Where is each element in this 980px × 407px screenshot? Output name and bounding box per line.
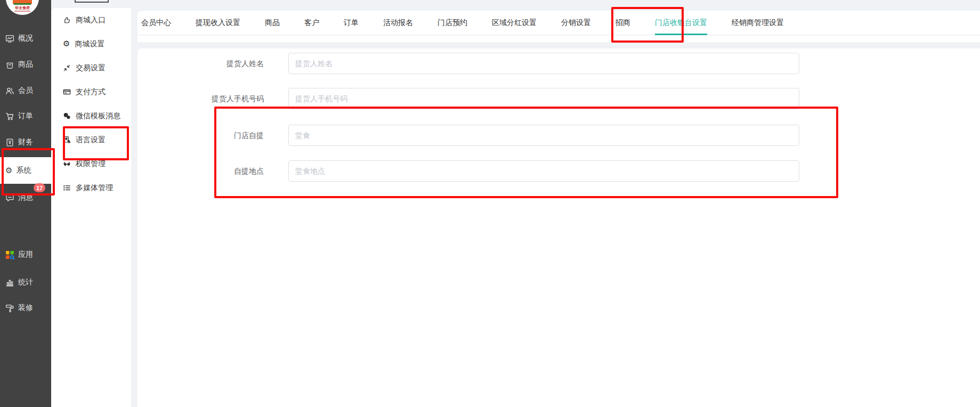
sidebar-item-label: 微信模板消息 <box>76 111 120 121</box>
tab-region-dividend-settings[interactable]: 区域分红设置 <box>480 11 549 35</box>
pickup-name-label: 提货人姓名 <box>137 53 288 74</box>
sidebar-item-system[interactable]: ⚙ 系统 <box>0 157 51 184</box>
sidebar-item-label: 概况 <box>18 34 33 43</box>
tab-dealer-management-settings[interactable]: 经销商管理设置 <box>719 11 796 35</box>
primary-sidebar: 华太食府 概况 商品 会员 订单 财务 ⚙ 系统 消 <box>0 0 51 407</box>
sidebar-item-label: 财务 <box>18 137 33 147</box>
sidebar-item-label: 商品 <box>18 60 33 69</box>
cutoff-element-fragment <box>75 0 109 3</box>
sidebar-item-label: 系统 <box>16 166 31 175</box>
sidebar-item-media-management[interactable]: 多媒体管理 <box>51 176 131 200</box>
yuan-ledger-icon <box>5 138 14 147</box>
brand-logo[interactable]: 华太食府 <box>6 0 39 15</box>
sidebar-item-label: 会员 <box>18 86 33 95</box>
paint-roller-icon <box>5 304 14 313</box>
sidebar-item-mall-settings[interactable]: ⚙ 商城设置 <box>51 32 131 56</box>
sidebar-item-label: 多媒体管理 <box>76 183 113 193</box>
sidebar-item-apps[interactable]: 应用 <box>0 247 51 263</box>
sidebar-item-label: 装修 <box>18 303 33 313</box>
wechat-bubbles-icon <box>63 112 71 120</box>
sidebar-item-label: 语言设置 <box>76 135 106 145</box>
tab-store-reservation[interactable]: 门店预约 <box>425 11 480 35</box>
cart-icon <box>5 112 14 121</box>
apps-grid-icon <box>5 250 14 259</box>
cashier-settings-form-panel: 提货人姓名 提货人手机号码 门店自提 自提地点 <box>137 48 980 407</box>
logo-base <box>14 3 31 5</box>
hand-pointer-icon <box>63 16 71 24</box>
sidebar-item-label: 订单 <box>18 111 33 121</box>
tab-distribution-settings[interactable]: 分销设置 <box>549 11 603 35</box>
sidebar-item-label: 统计 <box>18 278 33 287</box>
sidebar-item-permission-management[interactable]: 权限管理 <box>51 152 131 176</box>
sidebar-item-label: 支付方式 <box>76 87 106 97</box>
form-row: 提货人姓名 <box>137 53 980 74</box>
pickup-location-label: 自提地点 <box>137 160 288 182</box>
monitor-chart-icon <box>5 34 14 43</box>
logo-subline <box>14 11 30 12</box>
secondary-sidebar: 商城入口 ⚙ 商城设置 交易设置 支付方式 微信模板消息 语言设置 权限管理 多 <box>51 8 131 407</box>
pickup-phone-label: 提货人手机号码 <box>137 88 288 109</box>
translate-doc-icon <box>63 136 71 144</box>
mask-glasses-icon <box>63 160 71 168</box>
sidebar-item-members[interactable]: 会员 <box>0 83 51 99</box>
sidebar-item-payment-methods[interactable]: 支付方式 <box>51 80 131 104</box>
sidebar-item-label: 权限管理 <box>76 159 106 169</box>
store-self-pickup-field[interactable] <box>288 125 799 146</box>
tab-goods[interactable]: 商品 <box>253 11 292 35</box>
form-row: 门店自提 <box>137 125 980 146</box>
sidebar-item-stats[interactable]: 统计 <box>0 274 51 290</box>
logo-name: 华太食府 <box>6 6 39 10</box>
tab-customer[interactable]: 客户 <box>292 11 331 35</box>
sidebar-item-overview[interactable]: 概况 <box>0 30 51 46</box>
system-notification-badge: 17 <box>34 183 45 192</box>
pickup-name-field[interactable] <box>288 53 799 74</box>
tab-investment[interactable]: 招商 <box>603 11 643 35</box>
tabs-bar: 会员中心 提现收入设置 商品 客户 订单 活动报名 门店预约 区域分红设置 分销… <box>137 11 980 35</box>
shopping-bag-icon <box>5 60 14 69</box>
sidebar-item-goods[interactable]: 商品 <box>0 56 51 72</box>
sidebar-item-wechat-template-messages[interactable]: 微信模板消息 <box>51 104 131 128</box>
list-icon <box>63 184 71 192</box>
sidebar-item-trade-settings[interactable]: 交易设置 <box>51 56 131 80</box>
sidebar-item-orders[interactable]: 订单 <box>0 108 51 124</box>
admin-app: 华太食府 概况 商品 会员 订单 财务 ⚙ 系统 消 <box>0 0 980 407</box>
gear-icon: ⚙ <box>5 167 12 175</box>
pickup-phone-field[interactable] <box>288 88 799 109</box>
form-row: 自提地点 <box>137 160 980 182</box>
sidebar-item-mall-entry[interactable]: 商城入口 <box>51 8 131 32</box>
sidebar-item-language-settings[interactable]: 语言设置 <box>51 128 131 152</box>
tab-withdraw-income-settings[interactable]: 提现收入设置 <box>183 11 253 35</box>
tab-activity-signup[interactable]: 活动报名 <box>371 11 425 35</box>
sidebar-item-label: 消息 <box>18 193 33 202</box>
exchange-arrows-icon <box>63 64 71 72</box>
sidebar-item-messages[interactable]: 消息 <box>0 190 51 206</box>
sidebar-item-label: 商城入口 <box>76 15 106 25</box>
pickup-location-field[interactable] <box>288 160 799 182</box>
credit-card-icon <box>63 88 71 96</box>
gear-icon: ⚙ <box>63 40 70 48</box>
tab-order[interactable]: 订单 <box>331 11 371 35</box>
form-row: 提货人手机号码 <box>137 88 980 109</box>
sidebar-item-finance[interactable]: 财务 <box>0 134 51 150</box>
chat-bubble-icon <box>5 193 14 202</box>
sidebar-item-label: 应用 <box>18 250 33 259</box>
tab-member-center[interactable]: 会员中心 <box>137 11 183 35</box>
users-icon <box>5 86 14 95</box>
sidebar-item-design[interactable]: 装修 <box>0 300 51 316</box>
store-self-pickup-label: 门店自提 <box>137 125 288 146</box>
sidebar-item-label: 交易设置 <box>76 63 106 73</box>
tab-store-cashier-settings[interactable]: 门店收银台设置 <box>643 11 719 35</box>
bar-chart-icon <box>5 278 14 287</box>
sidebar-item-label: 商城设置 <box>75 39 104 49</box>
settings-tab-panel: 会员中心 提现收入设置 商品 客户 订单 活动报名 门店预约 区域分红设置 分销… <box>137 11 980 42</box>
